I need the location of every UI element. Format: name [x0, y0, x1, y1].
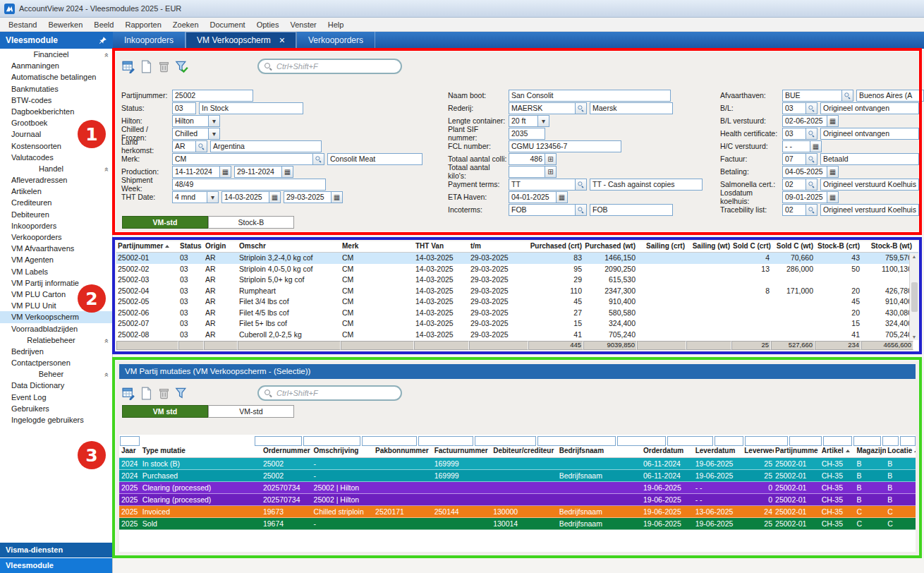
grid-button-icon[interactable]: ⊞ — [545, 153, 557, 165]
sidebar-item-artikelen[interactable]: Artikelen — [0, 186, 112, 197]
field-input[interactable]: Origineel ontvangen — [820, 128, 919, 140]
lookup-icon[interactable] — [806, 102, 817, 114]
sidebar-item-afleveradressen[interactable]: Afleveradressen — [0, 174, 112, 186]
filter-ok-icon[interactable] — [175, 60, 188, 73]
scroll-thumb[interactable] — [911, 282, 918, 312]
field-input[interactable]: 04-05-2025 — [782, 166, 827, 178]
grid-button-icon[interactable]: ⊞ — [545, 166, 557, 178]
field-input[interactable]: 29-11-2024 — [234, 166, 282, 178]
filter-input[interactable] — [475, 436, 536, 446]
column-header-artikel[interactable]: Artikel — [820, 447, 856, 457]
collapse-icon[interactable]: » — [100, 53, 111, 57]
tab-vm-verkoopscherm[interactable]: VM Verkoopscherm× — [186, 32, 297, 49]
field-input[interactable]: MAERSK — [509, 102, 576, 114]
field-input[interactable]: 03 — [782, 102, 806, 114]
column-header-t-m[interactable]: t/m — [469, 242, 528, 252]
sidebar-item-vm-plu-carton[interactable]: VM PLU Carton — [0, 289, 112, 300]
field-input[interactable]: In Stock — [199, 102, 303, 114]
grid-row[interactable]: 25002-0503ARFilet 3/4 lbs cofCM14-03-202… — [116, 296, 918, 308]
table-edit-icon[interactable] — [122, 387, 135, 400]
menu-venster[interactable]: Venster — [284, 18, 322, 32]
field-input[interactable]: 4 mnd — [172, 191, 207, 203]
filter-input[interactable] — [303, 436, 361, 446]
field-input[interactable]: Buenos Aires (A — [856, 90, 924, 102]
sidebar-item-voorraadbladzijden[interactable]: Voorraadbladzijden — [0, 323, 112, 334]
mutatie-row[interactable]: 2024Purchased25002-169999Bedrijfsnaam06-… — [119, 470, 916, 482]
lookup-icon[interactable] — [806, 179, 817, 191]
sidebar-item-bankmutaties[interactable]: Bankmutaties — [0, 83, 112, 95]
filter-input[interactable] — [418, 436, 473, 446]
field-input[interactable]: Chilled — [172, 128, 209, 140]
sidebar-item-gebruikers[interactable]: Gebruikers — [0, 403, 112, 414]
dropdown-icon[interactable]: ▾ — [207, 191, 219, 203]
lookup-icon[interactable] — [196, 140, 207, 152]
field-input[interactable]: Betaald — [820, 153, 919, 165]
column-header-debiteur-crediteur[interactable]: Debiteur/crediteur — [492, 447, 558, 457]
sidebar-item-data-dictionary[interactable]: Data Dictionary — [0, 380, 112, 391]
filter-input[interactable] — [715, 436, 743, 446]
grid-row[interactable]: 25002-0403ARRumpheartCM14-03-202529-03-2… — [116, 286, 918, 297]
filter-input[interactable] — [789, 436, 822, 446]
column-header-leverdatum[interactable]: Leverdatum — [694, 447, 743, 457]
menu-document[interactable]: Document — [205, 18, 251, 32]
field-input[interactable]: 02-06-2025 — [782, 115, 827, 127]
sidebar-item-vm-verkoopscherm[interactable]: VM Verkoopscherm — [0, 311, 112, 322]
column-header-ordernummer[interactable]: Ordernummer — [262, 447, 312, 457]
column-header-stock-b-crt[interactable]: Stock-B (crt) — [815, 242, 861, 252]
filter-input[interactable] — [120, 436, 140, 446]
search-box[interactable]: Ctrl+Shift+F — [257, 59, 402, 74]
menu-zoeken[interactable]: Zoeken — [167, 18, 205, 32]
mutatie-row[interactable]: 2025Sold19674-130014Bedrijfsnaam19-06-20… — [119, 518, 916, 530]
sidebar-item-ingelogde-gebruikers[interactable]: Ingelogde gebruikers — [0, 414, 112, 426]
column-header-sailing-wt[interactable]: Sailing (wt) — [686, 242, 731, 252]
calendar-icon[interactable]: ▦ — [827, 191, 839, 203]
field-input[interactable]: 29-03-2025 — [284, 191, 332, 203]
mutatie-row[interactable]: 2025Clearing (processed)20257073425002 |… — [119, 482, 916, 494]
sidebar-item-vm-plu-unit[interactable]: VM PLU Unit — [0, 300, 112, 311]
field-input[interactable]: 20 ft — [509, 115, 538, 127]
sidebar-item-contactpersonen[interactable]: Contactpersonen — [0, 357, 112, 368]
view-tab-stock-b[interactable]: Stock-B — [208, 216, 294, 229]
sidebar-item-valutacodes[interactable]: Valutacodes — [0, 152, 112, 163]
vertical-scrollbar[interactable]: ▲ ▼ — [909, 253, 918, 340]
view-tab-vm-std[interactable]: VM-std — [208, 405, 294, 418]
grid-row[interactable]: 25002-0603ARFilet 4/5 lbs cofCM14-03-202… — [116, 308, 918, 319]
filter-input[interactable] — [745, 436, 788, 446]
filter-icon[interactable] — [175, 387, 188, 400]
field-input[interactable]: 04-01-2025 — [509, 191, 557, 203]
column-header-sold-c-wt[interactable]: Sold C (wt) — [771, 242, 815, 252]
lookup-icon[interactable] — [806, 204, 817, 216]
calendar-icon[interactable]: ▦ — [827, 115, 839, 127]
field-input[interactable]: - - — [782, 140, 810, 152]
column-header-stock-b-wt[interactable]: Stock-B (wt) — [861, 242, 913, 252]
field-input[interactable]: Origineel verstuurd Koelhuis — [820, 204, 919, 216]
filter-input[interactable] — [537, 436, 616, 446]
lookup-icon[interactable] — [806, 128, 817, 140]
field-input[interactable]: 25002 — [172, 90, 253, 102]
field-input[interactable]: CM — [172, 153, 313, 165]
field-input[interactable]: 07 — [782, 153, 806, 165]
lookup-icon[interactable] — [806, 153, 817, 165]
filter-input[interactable] — [823, 436, 852, 446]
column-header-pakbonnummer[interactable]: Pakbonnummer — [374, 447, 433, 457]
sidebar-item-vm-labels[interactable]: VM Labels — [0, 266, 112, 277]
lookup-icon[interactable] — [576, 179, 587, 191]
field-input[interactable]: AR — [172, 140, 196, 152]
sidebar-item-verkooporders[interactable]: Verkooporders — [0, 231, 112, 243]
sidebar-item-aanmaningen[interactable]: Aanmaningen — [0, 60, 112, 71]
sidebar-item-btw-codes[interactable]: BTW-codes — [0, 95, 112, 106]
grid-row[interactable]: 25002-0303ARStriploin 5,0+ kg cofCM14-03… — [116, 275, 918, 286]
column-header-factuurnummer[interactable]: Factuurnummer — [433, 447, 492, 457]
lookup-icon[interactable] — [576, 102, 587, 114]
dropdown-icon[interactable]: ▾ — [538, 115, 549, 127]
column-header-magazijn[interactable]: Magazijn — [855, 447, 886, 457]
calendar-icon[interactable]: ▦ — [269, 191, 281, 203]
vleesmodule-bar[interactable]: Vleesmodule — [0, 558, 112, 573]
tab-verkooporders[interactable]: Verkooporders — [297, 32, 375, 49]
column-header-sold-c-crt[interactable]: Sold C (crt) — [731, 242, 771, 252]
field-input[interactable]: 14-11-2024 — [172, 166, 220, 178]
search-box[interactable]: Ctrl+Shift+F — [257, 385, 402, 401]
column-header-origin[interactable]: Origin — [204, 242, 238, 252]
scroll-up-icon[interactable]: ▲ — [912, 254, 917, 259]
column-header-purchased-crt[interactable]: Purchased (crt) — [528, 242, 583, 252]
